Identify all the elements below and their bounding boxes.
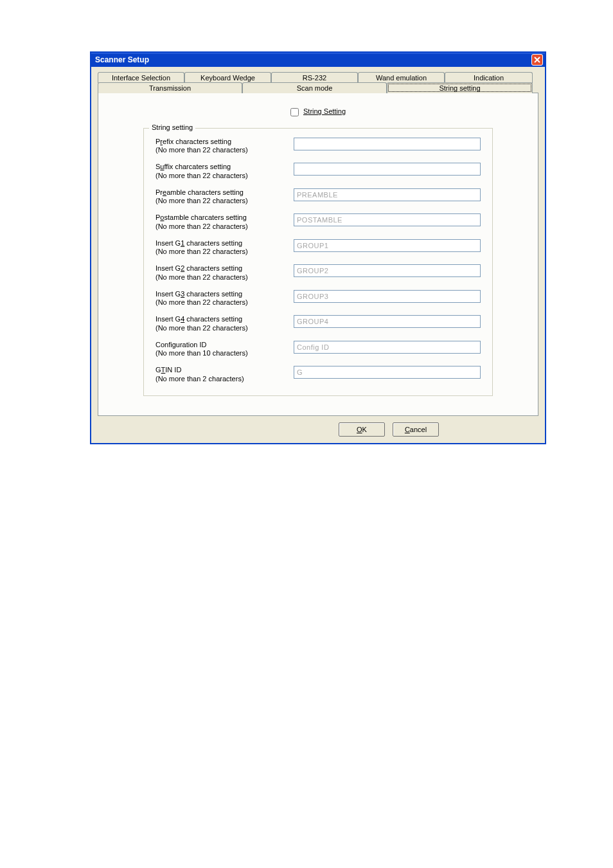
tab-label: RS-232 — [303, 74, 326, 82]
tab-transmission[interactable]: Transmission — [98, 82, 242, 93]
label-suffix: Suffix charcaters setting(No more than 2… — [155, 163, 294, 181]
input-preamble[interactable] — [294, 188, 481, 201]
input-g3[interactable] — [294, 290, 481, 303]
string-setting-checkbox-label: String Setting — [303, 107, 346, 115]
row-g4: Insert G4 characters setting(No more tha… — [155, 315, 481, 333]
checkbox-label-rest: tring Setting — [308, 107, 346, 115]
row-g2: Insert G2 characters setting(No more tha… — [155, 264, 481, 282]
tabs-row-1: Interface Selection Keyboard Wedge RS-23… — [98, 72, 538, 83]
string-setting-checkbox[interactable] — [290, 108, 299, 116]
tabstrip: Interface Selection Keyboard Wedge RS-23… — [98, 72, 538, 416]
row-prefix: Prefix characters setting(No more than 2… — [155, 138, 481, 156]
string-setting-groupbox: String setting Prefix characters setting… — [143, 128, 493, 396]
window-title: Scanner Setup — [95, 55, 149, 64]
titlebar: Scanner Setup — [91, 53, 545, 67]
tab-label: Indication — [474, 74, 504, 82]
tab-label: Interface Selection — [112, 74, 170, 82]
input-postamble[interactable] — [294, 213, 481, 226]
label-gtin-id: GTIN ID(No more than 2 characters) — [155, 366, 294, 384]
label-preamble: Preamble characters setting(No more than… — [155, 188, 294, 206]
tab-label: Keyboard Wedge — [200, 74, 255, 82]
row-suffix: Suffix charcaters setting(No more than 2… — [155, 163, 481, 181]
label-g1: Insert G1 characters setting(No more tha… — [155, 239, 294, 257]
row-preamble: Preamble characters setting(No more than… — [155, 188, 481, 206]
row-config-id: Configuration ID(No more than 10 charact… — [155, 341, 481, 359]
input-gtin-id[interactable] — [294, 366, 481, 379]
label-postamble: Postamble charcaters setting(No more tha… — [155, 213, 294, 231]
section-enable-row: String Setting — [124, 107, 512, 116]
input-prefix[interactable] — [294, 138, 481, 150]
tab-panel-string-setting: String Setting String setting Prefix cha… — [98, 93, 538, 416]
input-suffix[interactable] — [294, 163, 481, 176]
input-g4[interactable] — [294, 315, 481, 328]
dialog-button-row: OK Cancel — [98, 422, 538, 437]
tabs-row-2: Transmission Scan mode String setting — [98, 82, 538, 93]
tab-keyboard-wedge[interactable]: Keyboard Wedge — [184, 72, 271, 83]
tab-label: Transmission — [149, 84, 191, 92]
tab-scan-mode[interactable]: Scan mode — [242, 82, 387, 93]
window-frame: Scanner Setup Interface Selection Keyboa… — [90, 51, 546, 444]
tab-string-setting[interactable]: String setting — [387, 82, 533, 93]
tab-indication[interactable]: Indication — [445, 72, 533, 83]
row-g1: Insert G1 characters setting(No more tha… — [155, 239, 481, 257]
row-postamble: Postamble charcaters setting(No more tha… — [155, 213, 481, 231]
groupbox-title: String setting — [149, 123, 195, 131]
cancel-button[interactable]: Cancel — [393, 422, 439, 437]
tab-rs232[interactable]: RS-232 — [271, 72, 358, 83]
tab-label: Wand emulation — [376, 74, 427, 82]
dialog-body: Interface Selection Keyboard Wedge RS-23… — [91, 67, 545, 443]
label-config-id: Configuration ID(No more than 10 charact… — [155, 341, 294, 359]
tab-label: String setting — [439, 84, 480, 92]
row-gtin-id: GTIN ID(No more than 2 characters) — [155, 366, 481, 384]
tab-label: Scan mode — [297, 84, 333, 92]
input-config-id[interactable] — [294, 341, 481, 354]
label-g2: Insert G2 characters setting(No more tha… — [155, 264, 294, 282]
close-button[interactable] — [531, 54, 543, 66]
close-icon — [534, 57, 540, 63]
tab-interface-selection[interactable]: Interface Selection — [98, 72, 184, 83]
row-g3: Insert G3 characters setting(No more tha… — [155, 290, 481, 308]
label-g4: Insert G4 characters setting(No more tha… — [155, 315, 294, 333]
tab-wand-emulation[interactable]: Wand emulation — [358, 72, 445, 83]
label-g3: Insert G3 characters setting(No more tha… — [155, 290, 294, 308]
input-g1[interactable] — [294, 239, 481, 252]
input-g2[interactable] — [294, 264, 481, 277]
label-prefix: Prefix characters setting(No more than 2… — [155, 138, 294, 156]
ok-button[interactable]: OK — [339, 422, 385, 437]
